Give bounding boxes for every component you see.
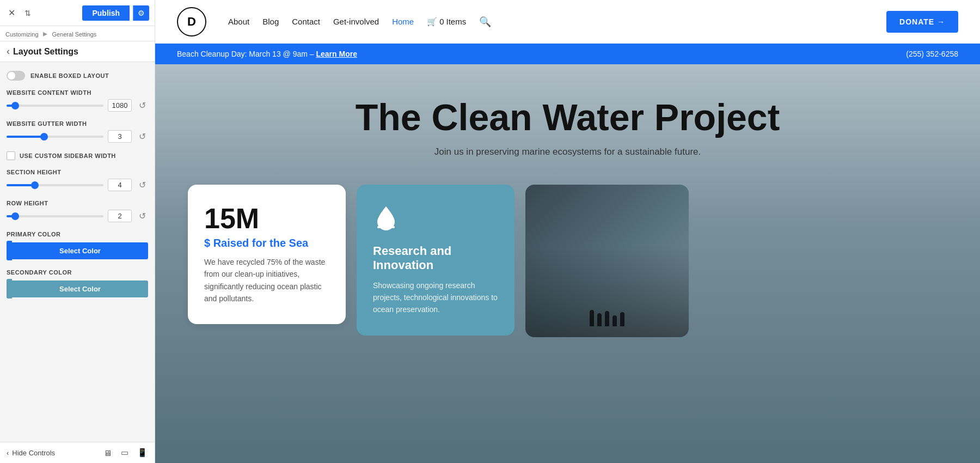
person-2 <box>597 313 602 326</box>
desktop-icon[interactable]: 🖥 <box>101 447 113 459</box>
panel-header-left: ✕ ⇅ <box>5 7 34 19</box>
boxed-layout-row: ENABLE BOXED LAYOUT <box>7 71 148 81</box>
research-card-title: Research and Innovation <box>373 244 498 273</box>
panel-title-text: Layout Settings <box>13 47 78 57</box>
back-button[interactable]: ‹ <box>7 46 10 57</box>
announcement-bar: Beach Cleanup Day: March 13 @ 9am – Lear… <box>155 44 980 64</box>
footer-icons: 🖥 ▭ 📱 <box>101 447 148 459</box>
content-width-reset[interactable]: ↺ <box>136 100 148 112</box>
boxed-layout-toggle[interactable] <box>7 71 25 81</box>
row-height-slider-row: ↺ <box>7 210 148 222</box>
section-height-label: SECTION HEIGHT <box>7 169 148 175</box>
site-nav: D About Blog Contact Get-involved Home 🛒… <box>155 0 980 44</box>
hero-title: The Clean Water Project <box>356 97 780 138</box>
card-body-text: We have recycled 75% of the waste from o… <box>204 256 329 305</box>
gutter-width-value[interactable] <box>108 130 132 143</box>
close-icon[interactable]: ✕ <box>5 7 17 19</box>
card-stat-label: $ Raised for the Sea <box>204 237 329 249</box>
panel-title-bar: ‹ Layout Settings <box>0 41 155 62</box>
sidebar-width-label: USE CUSTOM SIDEBAR WIDTH <box>20 153 116 159</box>
row-height-reset[interactable]: ↺ <box>136 210 148 222</box>
hide-controls-button[interactable]: ‹ Hide Controls <box>7 449 55 457</box>
donate-button[interactable]: DONATE → <box>886 11 958 33</box>
content-width-track[interactable] <box>7 105 103 107</box>
nav-contact[interactable]: Contact <box>292 17 320 26</box>
section-height-slider-row: ↺ <box>7 179 148 191</box>
nav-home[interactable]: Home <box>392 17 414 26</box>
stat-card: 15M $ Raised for the Sea We have recycle… <box>188 185 346 325</box>
nav-blog[interactable]: Blog <box>262 17 279 26</box>
primary-color-label: PRIMARY COLOR <box>7 231 148 237</box>
breadcrumb: Customizing ▸ General Settings <box>0 26 155 41</box>
row-height-label: ROW HEIGHT <box>7 200 148 206</box>
section-height-thumb[interactable] <box>31 181 39 189</box>
hide-controls-label: Hide Controls <box>12 449 55 457</box>
primary-color-row: Select Color <box>7 241 148 260</box>
breadcrumb-separator: ▸ <box>43 29 47 38</box>
sidebar-width-checkbox[interactable] <box>7 151 15 160</box>
content-width-thumb[interactable] <box>11 102 19 109</box>
breadcrumb-prefix: Customizing <box>5 31 39 38</box>
nav-cart[interactable]: 🛒 0 Items <box>427 17 466 27</box>
breadcrumb-current: General Settings <box>52 31 96 38</box>
section-height-fill <box>7 184 33 186</box>
secondary-color-section: SECONDARY COLOR Select Color <box>7 269 148 298</box>
gutter-width-label: WEBSITE GUTTER WIDTH <box>7 120 148 127</box>
water-drop-icon <box>373 204 498 235</box>
search-icon[interactable]: 🔍 <box>479 16 491 28</box>
content-width-label: WEBSITE CONTENT WIDTH <box>7 89 148 96</box>
arrows-icon[interactable]: ⇅ <box>22 7 34 19</box>
research-card: Research and Innovation Showcasing ongoi… <box>357 185 514 336</box>
panel-body: ENABLE BOXED LAYOUT WEBSITE CONTENT WIDT… <box>0 62 155 442</box>
publish-button[interactable]: Publish <box>82 5 130 21</box>
person-4 <box>612 315 617 326</box>
announcement-text-block: Beach Cleanup Day: March 13 @ 9am – Lear… <box>177 50 357 58</box>
person-3 <box>605 311 609 326</box>
photo-people <box>590 310 624 326</box>
primary-color-button[interactable]: Select Color <box>12 242 148 259</box>
announcement-text: Beach Cleanup Day: March 13 @ 9am – <box>177 50 314 58</box>
tablet-icon[interactable]: ▭ <box>119 447 131 459</box>
announcement-link[interactable]: Learn More <box>316 50 357 58</box>
gutter-width-track[interactable] <box>7 136 103 138</box>
gutter-width-reset[interactable]: ↺ <box>136 131 148 143</box>
gutter-width-thumb[interactable] <box>40 133 48 141</box>
hero-section: The Clean Water Project Join us in prese… <box>155 64 980 463</box>
content-width-value[interactable] <box>108 99 132 112</box>
section-height-track[interactable] <box>7 184 103 186</box>
row-height-value[interactable] <box>108 210 132 222</box>
primary-color-section: PRIMARY COLOR Select Color <box>7 231 148 260</box>
gutter-width-section: WEBSITE GUTTER WIDTH ↺ <box>7 120 148 143</box>
section-height-value[interactable] <box>108 179 132 191</box>
cart-icon: 🛒 <box>427 17 437 27</box>
mobile-icon[interactable]: 📱 <box>136 447 148 459</box>
nav-get-involved[interactable]: Get-involved <box>333 17 379 26</box>
left-panel: ✕ ⇅ Publish ⚙ Customizing ▸ General Sett… <box>0 0 155 463</box>
boxed-layout-label: ENABLE BOXED LAYOUT <box>30 72 109 79</box>
content-width-section: WEBSITE CONTENT WIDTH ↺ <box>7 89 148 112</box>
photo-card <box>525 185 689 337</box>
sidebar-width-row: USE CUSTOM SIDEBAR WIDTH <box>7 151 148 160</box>
research-card-body: Showcasing ongoing research projects, te… <box>373 279 498 316</box>
person-1 <box>590 310 594 326</box>
row-height-thumb[interactable] <box>11 212 19 220</box>
section-height-reset[interactable]: ↺ <box>136 179 148 191</box>
hero-subtitle: Join us in preserving marine ecosystems … <box>434 147 701 157</box>
publish-button-group: Publish ⚙ <box>82 5 149 21</box>
site-logo: D <box>177 7 206 36</box>
secondary-color-swatch <box>7 279 12 298</box>
announcement-phone: (255) 352-6258 <box>906 50 958 58</box>
secondary-color-label: SECONDARY COLOR <box>7 269 148 276</box>
preview-panel: D About Blog Contact Get-involved Home 🛒… <box>155 0 980 463</box>
nav-about[interactable]: About <box>228 17 249 26</box>
cart-count: 0 <box>439 17 444 26</box>
person-5 <box>620 312 624 326</box>
publish-gear-button[interactable]: ⚙ <box>133 5 149 21</box>
cards-row: 15M $ Raised for the Sea We have recycle… <box>155 185 980 337</box>
nav-links: About Blog Contact Get-involved Home 🛒 0… <box>228 16 870 28</box>
secondary-color-button[interactable]: Select Color <box>12 281 148 297</box>
secondary-color-row: Select Color <box>7 279 148 298</box>
row-height-track[interactable] <box>7 215 103 217</box>
panel-footer: ‹ Hide Controls 🖥 ▭ 📱 <box>0 442 155 463</box>
cart-items-label: Items <box>446 17 467 26</box>
